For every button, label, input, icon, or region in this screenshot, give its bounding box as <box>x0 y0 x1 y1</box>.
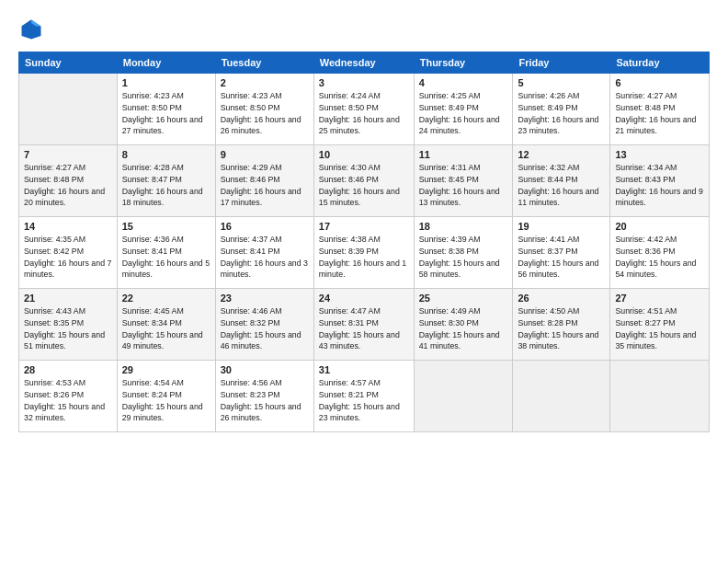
day-info: Sunrise: 4:46 AM Sunset: 8:32 PM Dayligh… <box>221 305 309 352</box>
day-info: Sunrise: 4:23 AM Sunset: 8:50 PM Dayligh… <box>122 90 210 137</box>
calendar-cell: 27Sunrise: 4:51 AM Sunset: 8:27 PM Dayli… <box>610 289 710 361</box>
calendar-cell: 17Sunrise: 4:38 AM Sunset: 8:39 PM Dayli… <box>313 217 414 289</box>
day-info: Sunrise: 4:38 AM Sunset: 8:39 PM Dayligh… <box>319 234 409 281</box>
day-number: 30 <box>221 364 309 375</box>
day-info: Sunrise: 4:49 AM Sunset: 8:30 PM Dayligh… <box>419 305 508 352</box>
day-number: 18 <box>419 221 508 232</box>
day-info: Sunrise: 4:25 AM Sunset: 8:49 PM Dayligh… <box>419 90 508 137</box>
day-info: Sunrise: 4:36 AM Sunset: 8:41 PM Dayligh… <box>122 234 210 281</box>
day-number: 1 <box>122 77 210 88</box>
day-number: 29 <box>122 364 210 375</box>
logo <box>18 17 48 42</box>
day-info: Sunrise: 4:47 AM Sunset: 8:31 PM Dayligh… <box>319 305 409 352</box>
logo-icon <box>18 17 44 42</box>
calendar-cell: 26Sunrise: 4:50 AM Sunset: 8:28 PM Dayli… <box>513 289 610 361</box>
day-number: 26 <box>518 293 605 304</box>
day-info: Sunrise: 4:31 AM Sunset: 8:45 PM Dayligh… <box>419 162 508 209</box>
calendar-cell <box>513 361 610 432</box>
calendar-cell: 18Sunrise: 4:39 AM Sunset: 8:38 PM Dayli… <box>414 217 513 289</box>
calendar-cell: 2Sunrise: 4:23 AM Sunset: 8:50 PM Daylig… <box>215 74 313 145</box>
day-info: Sunrise: 4:35 AM Sunset: 8:42 PM Dayligh… <box>24 234 112 281</box>
day-number: 4 <box>419 77 508 88</box>
day-info: Sunrise: 4:45 AM Sunset: 8:34 PM Dayligh… <box>122 305 210 352</box>
calendar-cell: 6Sunrise: 4:27 AM Sunset: 8:48 PM Daylig… <box>610 74 710 145</box>
day-number: 25 <box>419 293 508 304</box>
day-number: 16 <box>221 221 309 232</box>
day-number: 5 <box>518 77 605 88</box>
day-number: 12 <box>518 149 605 160</box>
day-info: Sunrise: 4:37 AM Sunset: 8:41 PM Dayligh… <box>221 234 309 281</box>
col-header-saturday: Saturday <box>610 52 710 74</box>
day-info: Sunrise: 4:30 AM Sunset: 8:46 PM Dayligh… <box>319 162 409 209</box>
calendar-table: SundayMondayTuesdayWednesdayThursdayFrid… <box>18 52 710 432</box>
day-info: Sunrise: 4:24 AM Sunset: 8:50 PM Dayligh… <box>319 90 409 137</box>
calendar-cell: 21Sunrise: 4:43 AM Sunset: 8:35 PM Dayli… <box>19 289 118 361</box>
col-header-friday: Friday <box>513 52 610 74</box>
day-info: Sunrise: 4:51 AM Sunset: 8:27 PM Dayligh… <box>615 305 704 352</box>
calendar-cell: 28Sunrise: 4:53 AM Sunset: 8:26 PM Dayli… <box>19 361 118 432</box>
calendar-cell: 12Sunrise: 4:32 AM Sunset: 8:44 PM Dayli… <box>513 145 610 217</box>
day-info: Sunrise: 4:53 AM Sunset: 8:26 PM Dayligh… <box>24 377 112 424</box>
day-info: Sunrise: 4:57 AM Sunset: 8:21 PM Dayligh… <box>319 377 409 424</box>
calendar-cell: 25Sunrise: 4:49 AM Sunset: 8:30 PM Dayli… <box>414 289 513 361</box>
day-info: Sunrise: 4:41 AM Sunset: 8:37 PM Dayligh… <box>518 234 605 281</box>
calendar-cell: 22Sunrise: 4:45 AM Sunset: 8:34 PM Dayli… <box>117 289 215 361</box>
calendar-cell: 11Sunrise: 4:31 AM Sunset: 8:45 PM Dayli… <box>414 145 513 217</box>
day-number: 20 <box>615 221 704 232</box>
day-info: Sunrise: 4:42 AM Sunset: 8:36 PM Dayligh… <box>615 234 704 281</box>
header-row: SundayMondayTuesdayWednesdayThursdayFrid… <box>19 52 710 74</box>
calendar-cell: 3Sunrise: 4:24 AM Sunset: 8:50 PM Daylig… <box>313 74 414 145</box>
day-number: 8 <box>122 149 210 160</box>
day-info: Sunrise: 4:26 AM Sunset: 8:49 PM Dayligh… <box>518 90 605 137</box>
calendar-cell: 23Sunrise: 4:46 AM Sunset: 8:32 PM Dayli… <box>215 289 313 361</box>
calendar-cell: 31Sunrise: 4:57 AM Sunset: 8:21 PM Dayli… <box>313 361 414 432</box>
calendar-cell: 15Sunrise: 4:36 AM Sunset: 8:41 PM Dayli… <box>117 217 215 289</box>
calendar-cell: 24Sunrise: 4:47 AM Sunset: 8:31 PM Dayli… <box>313 289 414 361</box>
day-number: 11 <box>419 149 508 160</box>
week-row-5: 28Sunrise: 4:53 AM Sunset: 8:26 PM Dayli… <box>19 361 710 432</box>
week-row-4: 21Sunrise: 4:43 AM Sunset: 8:35 PM Dayli… <box>19 289 710 361</box>
calendar-cell <box>610 361 710 432</box>
week-row-1: 1Sunrise: 4:23 AM Sunset: 8:50 PM Daylig… <box>19 74 710 145</box>
calendar-cell: 19Sunrise: 4:41 AM Sunset: 8:37 PM Dayli… <box>513 217 610 289</box>
day-number: 17 <box>319 221 409 232</box>
calendar-cell: 9Sunrise: 4:29 AM Sunset: 8:46 PM Daylig… <box>215 145 313 217</box>
day-info: Sunrise: 4:34 AM Sunset: 8:43 PM Dayligh… <box>615 162 704 209</box>
calendar-cell: 1Sunrise: 4:23 AM Sunset: 8:50 PM Daylig… <box>117 74 215 145</box>
col-header-monday: Monday <box>117 52 215 74</box>
calendar-cell: 4Sunrise: 4:25 AM Sunset: 8:49 PM Daylig… <box>414 74 513 145</box>
calendar-cell: 14Sunrise: 4:35 AM Sunset: 8:42 PM Dayli… <box>19 217 118 289</box>
day-info: Sunrise: 4:27 AM Sunset: 8:48 PM Dayligh… <box>615 90 704 137</box>
day-number: 14 <box>24 221 112 232</box>
day-info: Sunrise: 4:50 AM Sunset: 8:28 PM Dayligh… <box>518 305 605 352</box>
day-info: Sunrise: 4:56 AM Sunset: 8:23 PM Dayligh… <box>221 377 309 424</box>
day-info: Sunrise: 4:23 AM Sunset: 8:50 PM Dayligh… <box>221 90 309 137</box>
calendar-cell: 8Sunrise: 4:28 AM Sunset: 8:47 PM Daylig… <box>117 145 215 217</box>
day-info: Sunrise: 4:27 AM Sunset: 8:48 PM Dayligh… <box>24 162 112 209</box>
day-number: 19 <box>518 221 605 232</box>
calendar-cell: 10Sunrise: 4:30 AM Sunset: 8:46 PM Dayli… <box>313 145 414 217</box>
day-number: 15 <box>122 221 210 232</box>
calendar-cell: 29Sunrise: 4:54 AM Sunset: 8:24 PM Dayli… <box>117 361 215 432</box>
col-header-sunday: Sunday <box>19 52 118 74</box>
calendar-cell: 20Sunrise: 4:42 AM Sunset: 8:36 PM Dayli… <box>610 217 710 289</box>
calendar-cell <box>414 361 513 432</box>
calendar-cell: 16Sunrise: 4:37 AM Sunset: 8:41 PM Dayli… <box>215 217 313 289</box>
day-number: 27 <box>615 293 704 304</box>
day-number: 28 <box>24 364 112 375</box>
day-info: Sunrise: 4:28 AM Sunset: 8:47 PM Dayligh… <box>122 162 210 209</box>
calendar-cell: 30Sunrise: 4:56 AM Sunset: 8:23 PM Dayli… <box>215 361 313 432</box>
page: SundayMondayTuesdayWednesdayThursdayFrid… <box>0 0 728 563</box>
week-row-3: 14Sunrise: 4:35 AM Sunset: 8:42 PM Dayli… <box>19 217 710 289</box>
week-row-2: 7Sunrise: 4:27 AM Sunset: 8:48 PM Daylig… <box>19 145 710 217</box>
col-header-thursday: Thursday <box>414 52 513 74</box>
day-info: Sunrise: 4:32 AM Sunset: 8:44 PM Dayligh… <box>518 162 605 209</box>
day-number: 21 <box>24 293 112 304</box>
day-info: Sunrise: 4:43 AM Sunset: 8:35 PM Dayligh… <box>24 305 112 352</box>
calendar-cell: 5Sunrise: 4:26 AM Sunset: 8:49 PM Daylig… <box>513 74 610 145</box>
col-header-tuesday: Tuesday <box>215 52 313 74</box>
day-number: 22 <box>122 293 210 304</box>
day-info: Sunrise: 4:39 AM Sunset: 8:38 PM Dayligh… <box>419 234 508 281</box>
day-number: 6 <box>615 77 704 88</box>
day-info: Sunrise: 4:54 AM Sunset: 8:24 PM Dayligh… <box>122 377 210 424</box>
